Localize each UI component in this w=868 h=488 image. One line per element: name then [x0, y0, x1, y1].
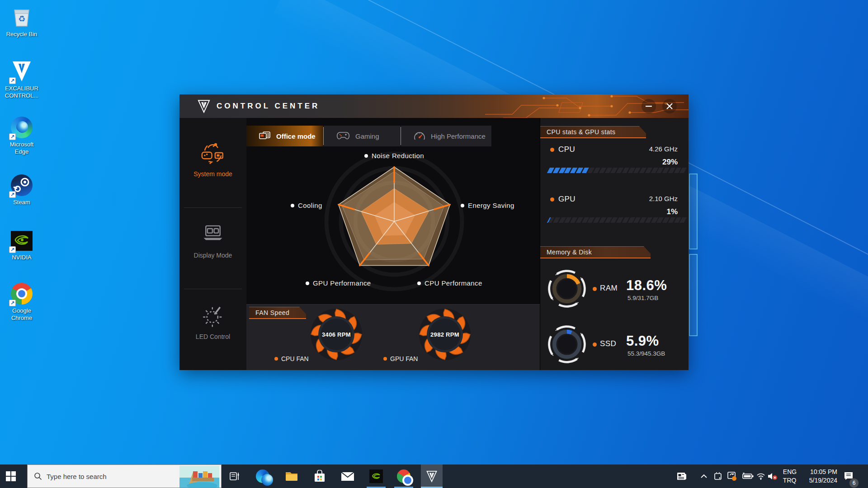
desktop-icon-label: Microsoft [0, 141, 43, 148]
main-panel: Office mode Gaming [246, 118, 540, 370]
tray-clock[interactable]: 10:05 PM 5/19/2024 [801, 465, 837, 488]
sidebar-item-label: LED Control [179, 333, 246, 340]
nvidia-icon: ↗ [10, 229, 33, 252]
task-view-button[interactable] [224, 465, 245, 488]
search-daily-image[interactable] [179, 466, 219, 488]
wifi-icon [756, 473, 765, 480]
system-mode-radar-chart: Noise Reduction Cooling Energy Saving GP… [246, 146, 540, 304]
ssd-usage-percent: 5.9% [626, 333, 659, 349]
taskbar-nvidia[interactable] [365, 465, 387, 488]
taskbar-search[interactable] [27, 465, 222, 488]
sidebar-item-led-control[interactable]: LED Control [179, 302, 246, 340]
window-title: CONTROL CENTER [217, 102, 320, 111]
notification-count-badge[interactable]: 6 [849, 478, 859, 488]
desktop-icon-steam[interactable]: ↗ Steam [0, 174, 43, 206]
high-performance-icon [414, 131, 425, 141]
ssd-label: SSD [600, 339, 616, 348]
desktop-icon-chrome[interactable]: ↗ Google Chrome [0, 282, 43, 322]
excalibur-logo-icon: ↗ [10, 60, 33, 83]
sidebar-item-system-mode[interactable]: System mode [179, 140, 246, 178]
svg-text:♻: ♻ [18, 14, 25, 23]
display-mode-icon [200, 221, 226, 247]
taskbar-ms-store[interactable] [309, 465, 330, 488]
tray-volume-muted[interactable] [766, 465, 779, 488]
tray-language[interactable]: ENG TRQ [780, 465, 799, 488]
file-explorer-icon [285, 470, 298, 482]
gpu-fan-rpm: 2982 RPM [418, 307, 472, 361]
radar-axis-noise-reduction: Noise Reduction [364, 152, 424, 160]
desktop-icon-label: EXCALIBUR [0, 85, 43, 92]
title-bar[interactable]: CONTROL CENTER [179, 94, 689, 118]
search-input[interactable] [47, 473, 173, 480]
start-button[interactable] [0, 465, 22, 488]
minimize-button[interactable] [642, 99, 656, 113]
recycle-bin-icon: ♻ [10, 5, 33, 29]
desktop-icon-edge[interactable]: ↗ Microsoft Edge [0, 116, 43, 155]
tab-high-performance[interactable]: High Performance [401, 126, 491, 146]
cpu-fan-graphic: 3406 RPM [309, 307, 363, 361]
chevron-up-icon [701, 474, 707, 479]
mode-tabs: Office mode Gaming [246, 126, 540, 146]
radar-axis-cpu-performance: CPU Performance [417, 279, 482, 287]
desktop-icon-label: Edge [0, 148, 43, 155]
sync-icon [727, 471, 737, 481]
fan-bullet [274, 357, 278, 361]
control-center-window: CONTROL CENTER [179, 94, 689, 370]
tab-office-mode[interactable]: Office mode [246, 126, 323, 146]
cpu-fan-rpm: 3406 RPM [309, 307, 363, 361]
taskbar-mail[interactable] [337, 465, 359, 488]
tab-label: High Performance [431, 132, 486, 140]
sidebar-divider [184, 207, 242, 208]
office-mode-icon [259, 131, 271, 141]
tray-news-widget[interactable] [674, 465, 690, 488]
tray-show-hidden-icons[interactable] [698, 465, 710, 488]
circuit-pattern-decoration [476, 94, 689, 118]
cpu-label: CPU [558, 145, 575, 154]
desktop-icon-label: Recycle Bin [0, 31, 43, 38]
gpu-usage-percent: 1% [666, 207, 678, 216]
desktop-icon-label: Google [0, 307, 43, 314]
taskbar: ENG TRQ 10:05 PM 5/19/2024 [0, 465, 868, 488]
gpu-fan-label: GPU FAN [383, 355, 418, 362]
chrome-icon: ↗ [10, 282, 33, 305]
cpu-gpu-stats-header: CPU stats & GPU stats [540, 126, 646, 138]
axis-bullet [364, 154, 368, 158]
taskbar-chrome[interactable] [393, 465, 415, 488]
ms-store-icon [314, 470, 326, 483]
sidebar-item-display-mode[interactable]: Display Mode [179, 221, 246, 259]
cpu-usage-bar [548, 168, 685, 173]
taskbar-edge[interactable] [252, 465, 274, 488]
desktop-icon-label: CONTROL... [0, 92, 43, 99]
desktop-icon-excalibur[interactable]: ↗ EXCALIBUR CONTROL... [0, 60, 43, 99]
shortcut-arrow-badge: ↗ [9, 191, 16, 198]
gpu-frequency: 2.10 GHz [649, 195, 678, 202]
mail-icon [341, 471, 354, 482]
tray-sync-update[interactable] [725, 465, 739, 488]
desktop: ♻ Recycle Bin ↗ EXCALIBUR CONTROL... ↗ M… [0, 0, 868, 488]
desktop-icon-nvidia[interactable]: ↗ NVIDIA [0, 229, 43, 261]
taskbar-control-center[interactable] [421, 465, 443, 488]
battery-charging-icon [742, 473, 754, 480]
tray-your-phone[interactable] [712, 465, 724, 488]
taskbar-file-explorer[interactable] [281, 465, 302, 488]
search-icon [34, 472, 42, 480]
sidebar-item-label: System mode [179, 170, 246, 178]
close-icon [666, 103, 673, 110]
control-center-logo-icon [197, 99, 211, 113]
radar-axis-cooling: Cooling [291, 202, 322, 209]
system-mode-icon [200, 140, 226, 166]
tab-gaming[interactable]: Gaming [324, 126, 401, 146]
ram-usage-detail: 5.9/31.7GB [627, 295, 658, 301]
close-button[interactable] [662, 99, 677, 113]
sidebar-divider [184, 289, 242, 289]
stats-panel: CPU stats & GPU stats CPU 4.26 GHz 29% G… [540, 118, 689, 370]
radar-axis-energy-saving: Energy Saving [461, 202, 514, 209]
device-icon [713, 472, 722, 481]
steam-icon: ↗ [10, 174, 33, 197]
news-icon [677, 472, 687, 481]
desktop-icon-recycle-bin[interactable]: ♻ Recycle Bin [0, 5, 43, 38]
cpu-frequency: 4.26 GHz [649, 145, 678, 153]
tray-wifi[interactable] [755, 465, 767, 488]
tray-battery[interactable] [741, 465, 755, 488]
tab-label: Office mode [276, 132, 316, 140]
